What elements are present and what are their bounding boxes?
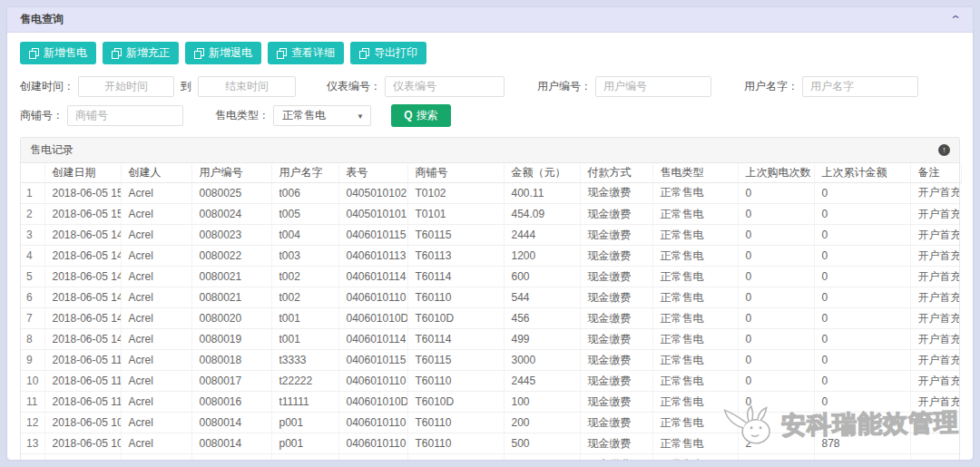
cell-create-date: 2018-06-05 14:33:0 <box>44 246 121 267</box>
table-row[interactable]: 102018-06-05 11:18:4Acrel0080017t2222204… <box>21 371 959 392</box>
panel-toggle-icon[interactable]: ↑ <box>938 144 950 156</box>
cell-last-purchase-count: 0 <box>738 287 814 308</box>
add-sale-button[interactable]: 新增售电 <box>20 42 96 64</box>
cell-user-no: 0080018 <box>191 350 271 371</box>
export-print-button[interactable]: 导出打印 <box>350 42 426 64</box>
cell-last-purchase-count: 0 <box>738 225 814 246</box>
cell-last-total-amount <box>814 413 910 433</box>
cell-user-name: p001 <box>271 433 338 454</box>
table-row[interactable]: 42018-06-05 14:33:0Acrel0080022t00304060… <box>21 246 959 267</box>
cell-meter-no: 0406010110 <box>338 413 407 433</box>
chevron-up-icon[interactable]: ⌃ <box>949 15 962 25</box>
button-label: 新增退电 <box>209 45 252 61</box>
sale-type-select[interactable]: 正常售电 ▼ <box>273 105 371 126</box>
cell-user-no: 0080014 <box>191 413 271 433</box>
cell-meter-no: 0406010115 <box>338 225 407 246</box>
cell-last-purchase-count: 0 <box>738 267 814 287</box>
cell-sale-type: 正常售电 <box>652 204 738 225</box>
cell-user-name: t001 <box>271 329 338 350</box>
cell-sale-type: 正常售电 <box>652 413 738 433</box>
cell-meter-no: 0406010110 <box>338 287 407 308</box>
cell-index: 10 <box>21 371 44 392</box>
cell-user-name: t22222 <box>271 371 338 392</box>
view-detail-button[interactable]: 查看详细 <box>268 42 344 64</box>
cell-amount: 100 <box>504 454 580 461</box>
user-no-input[interactable] <box>595 76 711 97</box>
cell-last-total-amount: 0 <box>814 183 910 204</box>
table-row[interactable]: 32018-06-05 14:33:2Acrel0080023t00404060… <box>21 225 959 246</box>
start-time-input[interactable] <box>78 76 174 97</box>
cell-sale-type: 正常售电 <box>652 329 738 350</box>
cell-sale-type: 正常售电 <box>652 183 738 204</box>
cell-shop-no: T6010D <box>407 392 504 413</box>
table-row[interactable]: 132018-06-05 10:49:5Acrel0080014p0010406… <box>21 433 959 454</box>
col-header-sale-type: 售电类型 <box>652 163 738 182</box>
cell-remark: 开户首充 <box>910 392 959 413</box>
table-row[interactable]: 62018-06-05 14:31:3Acrel0080021t00204060… <box>21 287 959 308</box>
cell-meter-no: 0406010114 <box>338 267 407 287</box>
cell-last-total-amount: 0 <box>814 267 910 287</box>
table-row[interactable]: 112018-06-05 11:17:5Acrel0080016t1111104… <box>21 392 959 413</box>
cell-user-name: t004 <box>271 225 338 246</box>
copy-icon <box>194 48 204 59</box>
cell-index: 13 <box>21 433 44 454</box>
cell-remark: 开户首充 <box>910 371 959 392</box>
cell-amount: 456 <box>504 308 580 329</box>
cell-last-total-amount: 0 <box>814 287 910 308</box>
cell-meter-no: 0406010115 <box>338 350 407 371</box>
cell-shop-no: T60110 <box>407 454 504 461</box>
cell-last-purchase-count: 2 <box>738 433 814 454</box>
table-row[interactable]: 12018-06-05 15:51:1Acrel0080025t00604050… <box>21 183 959 204</box>
cell-index: 8 <box>21 329 44 350</box>
end-time-input[interactable] <box>198 76 296 97</box>
cell-remark <box>910 413 959 433</box>
cell-user-no: 0080019 <box>191 329 271 350</box>
table-row[interactable]: 82018-06-05 14:01:3Acrel0080019t00104060… <box>21 329 959 350</box>
cell-creator: Acrel <box>121 267 191 287</box>
cell-last-total-amount: 878 <box>814 454 910 461</box>
cell-payment: 现金缴费 <box>580 267 652 287</box>
to-label: 到 <box>181 79 191 94</box>
cell-last-total-amount: 0 <box>814 350 910 371</box>
user-name-input[interactable] <box>802 76 918 97</box>
col-header-create-date: 创建日期 <box>44 163 121 182</box>
shop-no-input[interactable] <box>67 105 183 126</box>
cell-create-date: 2018-06-05 10:53:0 <box>44 413 121 433</box>
table-row[interactable]: 72018-06-05 14:30:1Acrel0080020t00104060… <box>21 308 959 329</box>
table-row[interactable]: 142018-06-05 10:48:1Acrel0080014p0010406… <box>21 454 959 461</box>
table-row[interactable]: 92018-06-05 11:19:0Acrel0080018t33330406… <box>21 350 959 371</box>
cell-shop-no: T60114 <box>407 329 504 350</box>
copy-icon <box>29 48 39 59</box>
copy-icon <box>277 48 287 59</box>
cell-payment: 现金缴费 <box>580 454 652 461</box>
cell-amount: 454.09 <box>504 204 580 225</box>
cell-user-no: 0080025 <box>191 183 271 204</box>
cell-remark: 开户首充 <box>910 225 959 246</box>
add-recharge-button[interactable]: 新增充正 <box>103 42 179 64</box>
cell-last-purchase-count: 0 <box>738 308 814 329</box>
cell-create-date: 2018-06-05 11:17:5 <box>44 392 121 413</box>
cell-user-name: t001 <box>271 308 338 329</box>
cell-amount: 499 <box>504 329 580 350</box>
search-button[interactable]: Q 搜索 <box>391 104 451 127</box>
table-row[interactable]: 52018-06-05 14:31:3Acrel0080021t00204060… <box>21 267 959 287</box>
cell-create-date: 2018-06-05 14:30:1 <box>44 308 121 329</box>
table-row[interactable]: 22018-06-05 15:50:1Acrel0080024t00504050… <box>21 204 959 225</box>
cell-create-date: 2018-06-05 11:19:0 <box>44 350 121 371</box>
cell-user-name: p001 <box>271 413 338 433</box>
cell-creator: Acrel <box>121 204 191 225</box>
cell-user-no: 0080024 <box>191 204 271 225</box>
cell-last-purchase-count: 0 <box>738 392 814 413</box>
cell-index: 4 <box>21 246 44 267</box>
cell-user-no: 0080020 <box>191 308 271 329</box>
meter-no-input[interactable] <box>385 76 505 97</box>
cell-last-total-amount: 0 <box>814 371 910 392</box>
table-row[interactable]: 122018-06-05 10:53:0Acrel0080014p0010406… <box>21 413 959 433</box>
cell-sale-type: 正常售电 <box>652 433 738 454</box>
cell-user-name: t002 <box>271 287 338 308</box>
cell-amount: 2444 <box>504 225 580 246</box>
cell-shop-no: T60110 <box>407 371 504 392</box>
add-refund-button[interactable]: 新增退电 <box>185 42 261 64</box>
records-panel-title: 售电记录 <box>30 142 74 158</box>
cell-amount: 2445 <box>504 371 580 392</box>
